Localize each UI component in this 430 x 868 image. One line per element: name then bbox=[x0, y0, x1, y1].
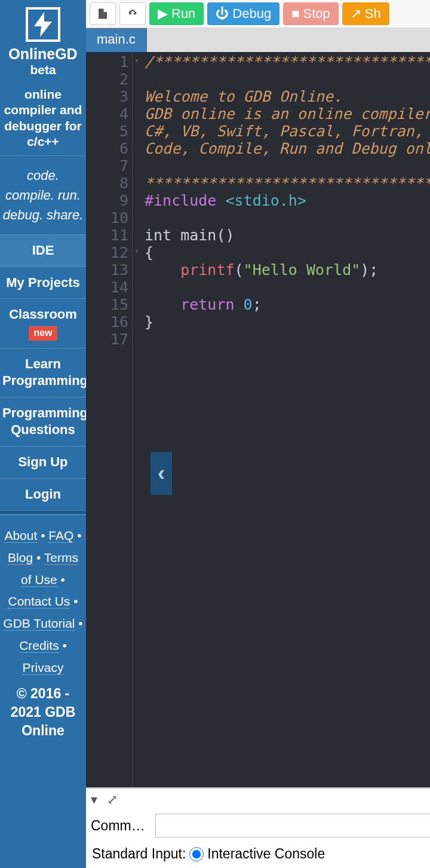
stop-label: Stop bbox=[303, 6, 330, 22]
nav-classroom-label: Classroom bbox=[9, 307, 77, 322]
footer-credits[interactable]: Credits bbox=[19, 638, 59, 653]
panel-head: ▾ ⤢ input bbox=[86, 788, 430, 811]
stop-button[interactable]: ■ Stop bbox=[283, 2, 339, 25]
footer-gdb-tutorial[interactable]: GDB Tutorial bbox=[3, 616, 75, 631]
panel-collapse-icon[interactable]: ▾ bbox=[91, 792, 97, 808]
tagline: code. compile. run. debug. share. bbox=[0, 156, 86, 235]
cloud-upload-icon bbox=[128, 8, 137, 20]
svg-marker-0 bbox=[34, 12, 52, 37]
fold-column: ▾▾ bbox=[133, 52, 141, 787]
debug-label: Debug bbox=[232, 6, 271, 22]
file-icon bbox=[99, 7, 107, 20]
nav-classroom[interactable]: Classroom new bbox=[0, 299, 86, 348]
collapse-sidebar-handle[interactable]: ‹ bbox=[150, 452, 172, 495]
new-badge: new bbox=[29, 326, 57, 341]
code-content[interactable]: /***************************************… bbox=[141, 52, 430, 787]
nav-my-projects[interactable]: My Projects bbox=[0, 267, 86, 299]
sidebar-desc: online compiler and debugger for c/c++ bbox=[0, 81, 86, 156]
footer-faq[interactable]: FAQ bbox=[48, 528, 73, 543]
logo-beta: beta bbox=[0, 63, 86, 77]
cmdline-label: Comm… bbox=[91, 818, 150, 834]
logo-title: OnlineGD bbox=[0, 45, 86, 63]
panel-expand-icon[interactable]: ⤢ bbox=[107, 792, 118, 808]
copyright: © 2016 - 2021 GDB Online bbox=[0, 682, 86, 746]
logo-area: OnlineGD beta bbox=[0, 0, 86, 81]
nav-ide[interactable]: IDE bbox=[0, 235, 86, 267]
share-label: Sh bbox=[365, 6, 381, 22]
stdin-mode-label: Interactive Console bbox=[207, 846, 325, 862]
panel-title: input bbox=[86, 792, 430, 808]
power-icon: ⏻ bbox=[216, 6, 229, 22]
stdin-label: Standard Input: bbox=[92, 846, 186, 862]
stdin-row: Standard Input: Interactive Console ✖ bbox=[86, 841, 430, 868]
nav-login[interactable]: Login bbox=[0, 479, 86, 511]
tab-main-c[interactable]: main.c bbox=[86, 28, 147, 52]
debug-button[interactable]: ⏻ Debug bbox=[207, 2, 280, 25]
footer-blog[interactable]: Blog bbox=[8, 551, 33, 565]
code-editor[interactable]: 1234567891011121314151617 ▾▾ /**********… bbox=[86, 52, 430, 787]
main-area: ▶ Run ⏻ Debug ■ Stop ↗ Sh main.c 1234567… bbox=[86, 0, 430, 868]
footer-privacy[interactable]: Privacy bbox=[23, 661, 64, 675]
play-icon: ▶ bbox=[158, 6, 168, 22]
run-button[interactable]: ▶ Run bbox=[149, 2, 204, 25]
cmdline-input[interactable] bbox=[155, 814, 430, 838]
sidebar: OnlineGD beta online compiler and debugg… bbox=[0, 0, 86, 868]
logo-icon bbox=[26, 7, 60, 42]
stdin-interactive-radio[interactable] bbox=[189, 847, 204, 861]
nav-sign-up[interactable]: Sign Up bbox=[0, 447, 86, 479]
nav-learn-programming[interactable]: Learn Programming bbox=[0, 349, 86, 398]
tab-bar: main.c bbox=[86, 28, 430, 52]
footer-links: About • FAQ • Blog • Terms of Use • Cont… bbox=[0, 515, 86, 682]
share-button[interactable]: ↗ Sh bbox=[342, 2, 389, 25]
new-file-button[interactable] bbox=[90, 2, 116, 25]
footer-about[interactable]: About bbox=[4, 528, 37, 543]
line-number-gutter: 1234567891011121314151617 bbox=[86, 52, 133, 787]
upload-button[interactable] bbox=[119, 2, 146, 25]
footer-contact[interactable]: Contact Us bbox=[8, 594, 70, 609]
toolbar: ▶ Run ⏻ Debug ■ Stop ↗ Sh bbox=[86, 0, 430, 28]
stop-icon: ■ bbox=[291, 6, 299, 22]
run-label: Run bbox=[171, 6, 195, 22]
cmdline-row: Comm… bbox=[86, 811, 430, 841]
share-icon: ↗ bbox=[351, 6, 361, 22]
nav-programming-questions[interactable]: Programming Questions bbox=[0, 398, 86, 447]
bottom-panel: ▾ ⤢ input Comm… Standard Input: Interact… bbox=[86, 787, 430, 868]
sidebar-separator bbox=[0, 511, 86, 515]
